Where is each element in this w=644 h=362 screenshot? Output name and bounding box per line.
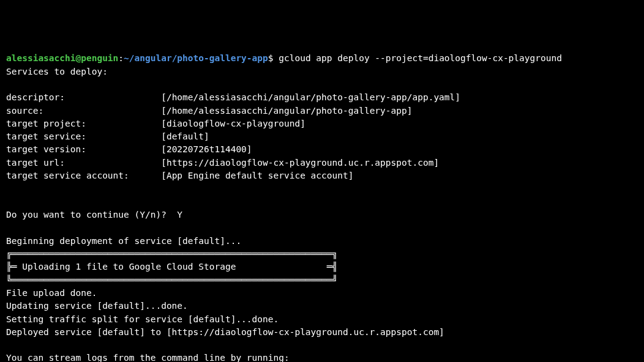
terminal-output[interactable]: alessiasacchi@penguin:~/angular/photo-ga… (6, 52, 638, 362)
target-version-label: target version: (6, 144, 161, 154)
target-url-value: [https://diaologflow-cx-playground.uc.r.… (161, 158, 439, 168)
confirm-question: Do you want to continue (Y/n)? (6, 210, 177, 220)
target-service-label: target service: (6, 131, 161, 141)
source-label: source: (6, 106, 161, 116)
box-top: ╔═══════════════════════════════════════… (6, 249, 337, 259)
updating-service: Updating service [default]...done. (6, 301, 188, 311)
logs-hint: You can stream logs from the command lin… (6, 353, 290, 362)
target-sa-label: target service account: (6, 171, 161, 180)
target-version-value: [20220726t114400] (161, 144, 252, 154)
target-sa-value: [App Engine default service account] (161, 171, 353, 180)
traffic-split: Setting traffic split for service [defau… (6, 314, 279, 324)
confirm-answer: Y (177, 210, 182, 220)
command-text: gcloud app deploy --project=diaologflow-… (279, 53, 562, 63)
prompt-path: ~/angular/photo-gallery-app (124, 53, 268, 63)
file-upload-done: File upload done. (6, 288, 97, 298)
target-service-value: [default] (161, 131, 209, 141)
beginning-deploy: Beginning deployment of service [default… (6, 236, 241, 246)
deployed-service: Deployed service [default] to [https://d… (6, 327, 444, 337)
source-value: [/home/alessiasacchi/angular/photo-galle… (161, 106, 412, 116)
box-middle: ╠═ Uploading 1 file to Google Cloud Stor… (6, 262, 337, 272)
descriptor-label: descriptor: (6, 92, 161, 102)
target-url-label: target url: (6, 158, 161, 168)
prompt-user: alessiasacchi@penguin (6, 53, 118, 63)
target-project-label: target project: (6, 119, 161, 128)
box-bottom: ╚═══════════════════════════════════════… (6, 275, 337, 285)
prompt-colon: : (118, 53, 124, 63)
descriptor-value: [/home/alessiasacchi/angular/photo-galle… (161, 92, 460, 102)
prompt-dollar: $ (268, 53, 279, 63)
services-header: Services to deploy: (6, 67, 108, 76)
target-project-value: [diaologflow-cx-playground] (161, 119, 305, 128)
